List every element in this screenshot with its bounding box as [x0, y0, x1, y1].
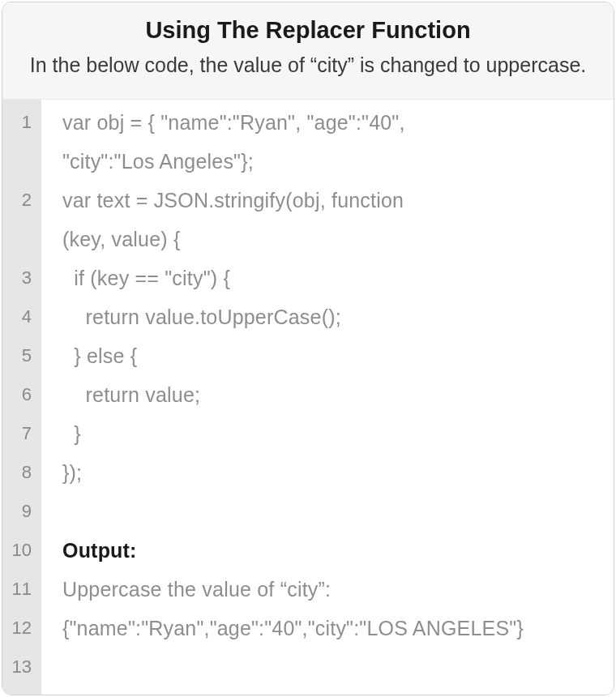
line-number-gutter: 1 2 3 4 5 6 7 8 9 10 11 12 13 14 [2, 100, 41, 696]
line-number: 6 [2, 375, 41, 414]
line-number: 3 [2, 259, 41, 297]
code-line: }); [62, 453, 597, 492]
code-line: var text = JSON.stringify(obj, function [62, 181, 597, 220]
code-line: if (key == "city") { [62, 259, 597, 297]
line-number: 14 [2, 686, 41, 696]
line-number: 9 [2, 492, 41, 531]
card-subtitle: In the below code, the value of “city” i… [24, 50, 592, 81]
code-line: return value; [62, 375, 597, 414]
code-line: } else { [62, 336, 597, 375]
line-number-blank [2, 220, 41, 259]
header-section: Using The Replacer Function In the below… [2, 2, 614, 100]
code-line: var obj = { "name":"Ryan", "age":"40", [62, 103, 597, 142]
line-number: 12 [2, 609, 41, 648]
line-number: 13 [2, 648, 41, 686]
code-content: var obj = { "name":"Ryan", "age":"40", "… [41, 100, 614, 696]
line-number-blank [2, 142, 41, 181]
line-number: 1 [2, 103, 41, 142]
line-number: 5 [2, 336, 41, 375]
code-example-card: Using The Replacer Function In the below… [2, 2, 614, 695]
line-number: 7 [2, 414, 41, 453]
code-area: 1 2 3 4 5 6 7 8 9 10 11 12 13 14 var obj… [2, 100, 614, 696]
line-number: 8 [2, 453, 41, 492]
code-line-wrap: (key, value) { [62, 220, 597, 259]
output-label: Output: [62, 539, 137, 562]
code-line-output-label: Output: [62, 531, 597, 570]
code-line: } [62, 414, 597, 453]
code-line [62, 648, 597, 686]
code-line: Uppercase the value of “city”: [62, 570, 597, 609]
code-line [62, 492, 597, 531]
code-line-wrap: "city":"Los Angeles"}; [62, 142, 597, 181]
line-number: 4 [2, 297, 41, 336]
line-number: 11 [2, 570, 41, 609]
code-line: {"name":"Ryan","age":"40","city":"LOS AN… [62, 609, 597, 648]
code-line [62, 686, 597, 696]
card-title: Using The Replacer Function [19, 17, 597, 44]
line-number: 10 [2, 531, 41, 570]
code-line: return value.toUpperCase(); [62, 297, 597, 336]
line-number: 2 [2, 181, 41, 220]
